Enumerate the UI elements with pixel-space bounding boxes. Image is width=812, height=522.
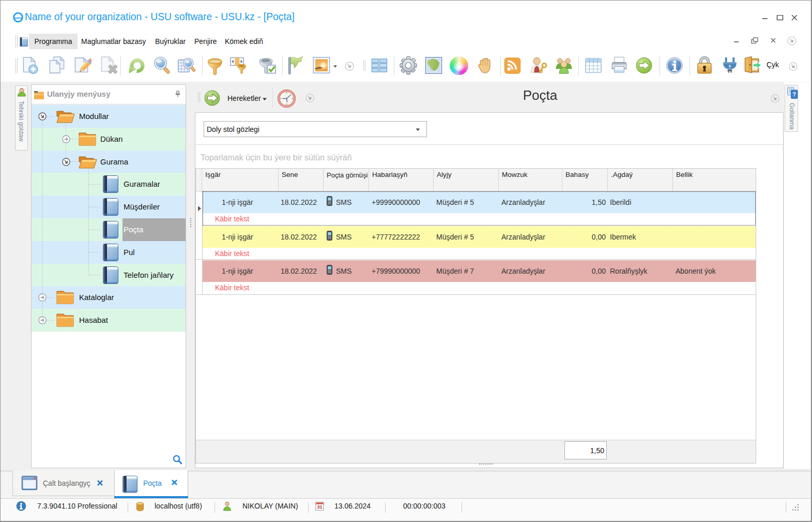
svg-text:31: 31 [317, 504, 322, 510]
svg-text:usu: usu [14, 16, 22, 20]
svg-text:?: ? [792, 91, 795, 97]
